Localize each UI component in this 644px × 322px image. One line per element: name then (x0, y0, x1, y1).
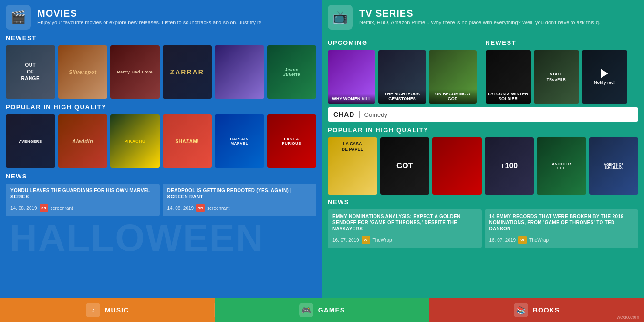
popular-title-4: SHAZAM! (175, 139, 199, 144)
tv-news-card-2[interactable]: 14 EMMY RECORDS THAT WERE BROKEN BY THE … (485, 209, 639, 248)
movie-card-6[interactable]: JeuneJuliette (267, 45, 317, 99)
tv-news-source-2: TheWrap (529, 238, 549, 243)
popular-card-5[interactable]: CAPTAINMARVEL (215, 114, 264, 168)
tv-news-grid: EMMY NOMINATIONS ANALYSIS: EXPECT A GOLD… (328, 209, 638, 248)
upcoming-card-2[interactable]: THE RIGHTEOUS GEMSTONES (378, 50, 426, 104)
popular-inner-5: CAPTAINMARVEL (215, 114, 264, 168)
chad-genre: Comedy (364, 111, 387, 118)
movie-title-6: JeuneJuliette (283, 67, 300, 77)
music-label: MUSIC (105, 306, 129, 314)
tv-title: TV SERIES (359, 8, 603, 19)
movies-popular-grid: AVENGERS Aladdin PIKACHU SHAZAM! (6, 114, 316, 168)
books-icon: 📚 (514, 303, 528, 317)
tv-popular-card-5[interactable]: ANOTHERLIFE (537, 137, 586, 195)
tv-popular-title-5: ANOTHERLIFE (537, 137, 586, 195)
tv-news-title-1: EMMY NOMINATIONS ANALYSIS: EXPECT A GOLD… (332, 213, 477, 232)
newest-card-2[interactable]: STATETRooPER (534, 50, 579, 104)
movie-news-meta-1: 14. 08. 2019 SR screenrant (10, 204, 155, 212)
tv-upcoming-label: UPCOMING (328, 39, 481, 46)
movie-card-inner-4: ZARRAR (163, 45, 212, 99)
movies-news-grid: YONDU LEAVES THE GUARDIANS FOR HIS OWN M… (6, 184, 316, 216)
tv-news-source-1: TheWrap (373, 238, 392, 243)
movie-news-date-2: 14. 08. 2019 (167, 206, 194, 211)
watermark: wexio.com (617, 314, 639, 320)
bottom-games[interactable]: 🎮 GAMES (215, 298, 429, 322)
tv-popular-title-2: GOT (380, 137, 430, 195)
popular-title-1: AVENGERS (19, 139, 42, 144)
games-label: GAMES (318, 306, 345, 314)
tv-news-card-1[interactable]: EMMY NOMINATIONS ANALYSIS: EXPECT A GOLD… (328, 209, 482, 248)
popular-inner-1: AVENGERS (6, 114, 55, 168)
tv-popular-card-1[interactable]: LA CASADE PAPEL (328, 137, 377, 195)
bottom-books[interactable]: 📚 BOOKS (429, 298, 644, 322)
upcoming-title-2: THE RIGHTEOUS GEMSTONES (378, 89, 426, 104)
movie-card-5[interactable] (215, 45, 264, 99)
movie-news-date-1: 14. 08. 2019 (10, 206, 37, 211)
tv-popular-title-4: +100 (485, 137, 534, 195)
movie-title-3: Parcy Had Love (117, 70, 153, 74)
movie-card-3[interactable]: Parcy Had Love (110, 45, 160, 99)
tv-popular-card-4[interactable]: +100 (485, 137, 534, 195)
movies-news-label: NEWS (6, 173, 316, 180)
movie-card-1[interactable]: OUTOFRANGE (6, 45, 55, 99)
bottom-bar: ♪ MUSIC 🎮 GAMES 📚 BOOKS (0, 298, 644, 322)
movies-panel: 🎬 MOVIES Enjoy your favourite movies or … (0, 0, 322, 298)
upcoming-card-3[interactable]: ON BECOMING A GOD (429, 50, 477, 104)
movie-news-source-1: screenrant (51, 206, 73, 211)
movies-newest-grid: OUTOFRANGE Silverspot Parcy Had Love ZAR… (6, 45, 316, 99)
movie-card-inner-5 (215, 45, 264, 99)
movie-news-card-2[interactable]: DEADPOOL IS GETTING REBOOTED (YES, AGAIN… (163, 184, 317, 216)
games-icon: 🎮 (299, 303, 313, 317)
movie-news-title-1: YONDU LEAVES THE GUARDIANS FOR HIS OWN M… (10, 187, 155, 200)
tv-panel: 📺 TV SERIES Netflix, HBO, Amazon Prime..… (322, 0, 644, 298)
movie-title-4: ZARRAR (170, 68, 204, 76)
popular-card-6[interactable]: FAST &FURIOUS (267, 114, 317, 168)
popular-inner-3: PIKACHU (110, 114, 160, 168)
tv-popular-card-3[interactable] (432, 137, 482, 195)
tv-subtitle: Netflix, HBO, Amazon Prime... Why there … (359, 19, 603, 26)
popular-card-1[interactable]: AVENGERS (6, 114, 55, 168)
popular-card-3[interactable]: PIKACHU (110, 114, 160, 168)
popular-title-2: Aladdin (72, 138, 93, 144)
bottom-music[interactable]: ♪ MUSIC (0, 298, 215, 322)
movie-card-inner-6: JeuneJuliette (267, 45, 317, 99)
movies-header: 🎬 MOVIES Enjoy your favourite movies or … (6, 5, 316, 30)
movie-card-4[interactable]: ZARRAR (163, 45, 212, 99)
movies-header-text: MOVIES Enjoy your favourite movies or ex… (37, 8, 261, 26)
notify-overlay: Notify me! (582, 50, 627, 104)
movies-subtitle: Enjoy your favourite movies or explore n… (37, 19, 261, 26)
state-trooper-text: STATETRooPER (547, 72, 566, 82)
tv-newest-label: NEWEST (486, 39, 639, 46)
tv-sections-row: UPCOMING WHY WOMEN KILL THE RIGHTEOUS GE… (328, 34, 638, 104)
newest-card-1[interactable]: FALCON & WINTER SOLDIER (486, 50, 531, 104)
movie-card-inner-1: OUTOFRANGE (6, 45, 55, 99)
movie-news-badge-2: SR (196, 204, 205, 212)
movie-card-2[interactable]: Silverspot (58, 45, 108, 99)
out-of-range-text: OUTOFRANGE (19, 52, 42, 92)
tv-news-badge-2: W (518, 236, 527, 244)
upcoming-card-1[interactable]: WHY WOMEN KILL (328, 50, 375, 104)
chad-name: CHAD (333, 111, 354, 118)
movie-news-source-2: screenrant (207, 206, 229, 211)
books-label: BOOKS (533, 306, 560, 314)
popular-card-4[interactable]: SHAZAM! (163, 114, 212, 168)
tv-popular-grid: LA CASADE PAPEL GOT +100 ANOTHERLIFE AGE… (328, 137, 638, 195)
popular-inner-6: FAST &FURIOUS (267, 114, 317, 168)
tv-content: 📺 TV SERIES Netflix, HBO, Amazon Prime..… (322, 0, 644, 253)
popular-inner-2: Aladdin (58, 114, 108, 168)
movies-title: MOVIES (37, 8, 261, 19)
popular-card-2[interactable]: Aladdin (58, 114, 108, 168)
tv-popular-title-1: LA CASADE PAPEL (328, 137, 377, 156)
tv-icon: 📺 (328, 5, 353, 30)
tv-popular-card-2[interactable]: GOT (380, 137, 430, 195)
tv-news-meta-2: 16. 07. 2019 W TheWrap (489, 236, 634, 244)
newest-card-3[interactable]: Notify me! (582, 50, 627, 104)
tv-popular-card-6[interactable]: AGENTS OFS.H.I.E.L.D. (589, 137, 639, 195)
chad-divider: | (358, 110, 360, 119)
tv-upcoming-grid: WHY WOMEN KILL THE RIGHTEOUS GEMSTONES O… (328, 50, 481, 104)
newest-title-1: FALCON & WINTER SOLDIER (486, 89, 531, 104)
tv-popular-label: POPULAR IN HIGH QUALITY (328, 126, 638, 134)
movie-news-card-1[interactable]: YONDU LEAVES THE GUARDIANS FOR HIS OWN M… (6, 184, 160, 216)
music-icon: ♪ (86, 303, 100, 317)
tv-news-title-2: 14 EMMY RECORDS THAT WERE BROKEN BY THE … (489, 213, 634, 232)
